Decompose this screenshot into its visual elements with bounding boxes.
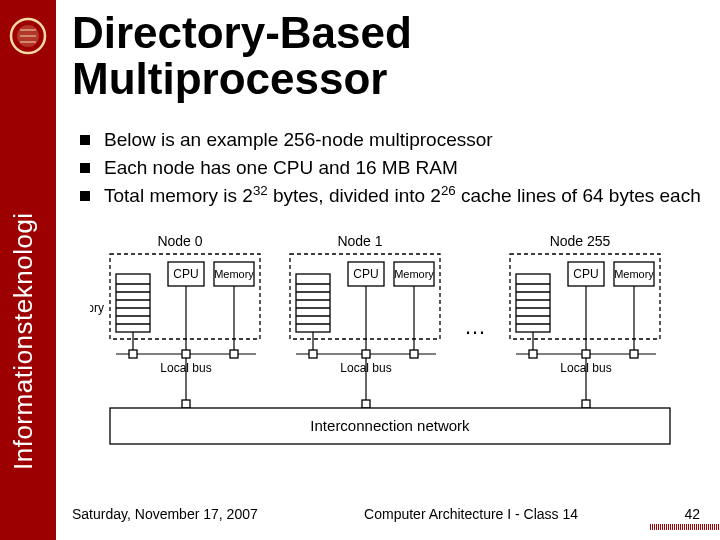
footer: Saturday, November 17, 2007 Computer Arc… [72, 506, 700, 522]
list-item: Below is an example 256-node multiproces… [80, 128, 708, 152]
square-bullet-icon [80, 135, 90, 145]
interconnect-label: Interconnection network [310, 417, 470, 434]
svg-rect-24 [296, 274, 330, 332]
svg-rect-55 [582, 350, 590, 358]
node-label: Node 0 [157, 234, 202, 249]
multiprocessor-diagram: Node 0 CPU Memory [90, 234, 690, 464]
svg-rect-35 [309, 350, 317, 358]
list-item: Total memory is 232 bytes, divided into … [80, 184, 708, 208]
directory-label: Directory [90, 301, 104, 315]
footer-date: Saturday, November 17, 2007 [72, 506, 258, 522]
list-item: Each node has one CPU and 16 MB RAM [80, 156, 708, 180]
svg-rect-43 [516, 274, 550, 332]
title-line-2: Multiprocessor [72, 56, 412, 102]
node-label: Node 255 [550, 234, 611, 249]
memory-label: Memory [394, 268, 434, 280]
uppsala-logo-icon [8, 16, 48, 56]
svg-rect-37 [410, 350, 418, 358]
square-bullet-icon [80, 163, 90, 173]
bullet-text: Below is an example 256-node multiproces… [104, 128, 708, 152]
svg-rect-16 [129, 350, 137, 358]
slide: Informationsteknologi Directory-Based Mu… [0, 0, 720, 540]
sidebar-vertical-label: Informationsteknologi [8, 212, 39, 470]
svg-rect-17 [182, 350, 190, 358]
memory-label: Memory [214, 268, 254, 280]
bullet-text: Total memory is 232 bytes, divided into … [104, 184, 708, 208]
node-label: Node 1 [337, 234, 382, 249]
title-line-1: Directory-Based [72, 10, 412, 56]
svg-rect-54 [529, 350, 537, 358]
svg-rect-20 [182, 400, 190, 408]
ellipsis-icon: … [464, 314, 486, 339]
svg-rect-18 [230, 350, 238, 358]
svg-rect-36 [362, 350, 370, 358]
svg-rect-56 [630, 350, 638, 358]
page-title: Directory-Based Multiprocessor [72, 10, 412, 102]
svg-rect-5 [116, 274, 150, 332]
memory-label: Memory [614, 268, 654, 280]
cpu-label: CPU [573, 267, 598, 281]
bullet-text: Each node has one CPU and 16 MB RAM [104, 156, 708, 180]
bullet-list: Below is an example 256-node multiproces… [80, 128, 708, 211]
svg-rect-58 [582, 400, 590, 408]
decorative-stripe-icon [650, 524, 720, 530]
footer-center: Computer Architecture I - Class 14 [364, 506, 578, 522]
page-number: 42 [684, 506, 700, 522]
square-bullet-icon [80, 191, 90, 201]
cpu-label: CPU [353, 267, 378, 281]
cpu-label: CPU [173, 267, 198, 281]
svg-rect-39 [362, 400, 370, 408]
